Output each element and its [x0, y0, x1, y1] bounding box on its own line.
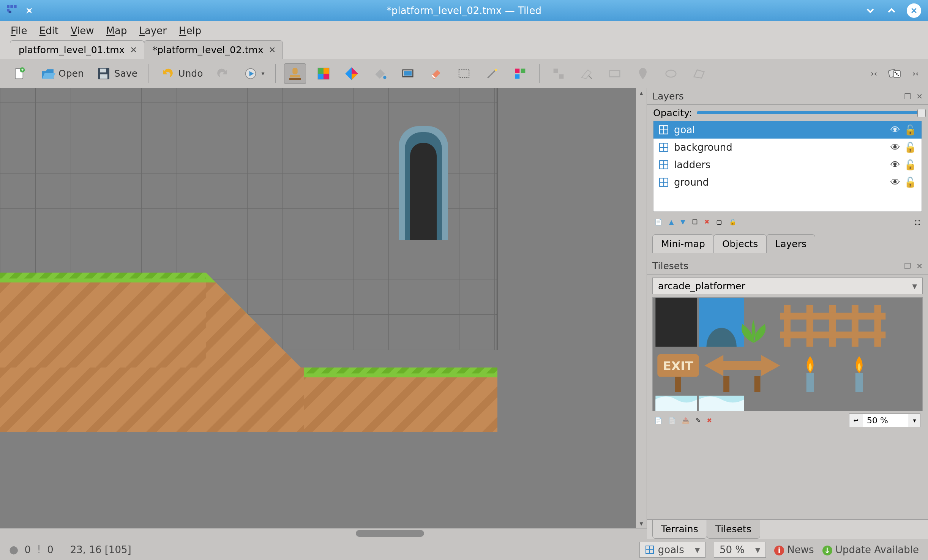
- close-button[interactable]: [907, 3, 921, 18]
- layer-row[interactable]: goal 👁🔓: [653, 121, 922, 139]
- panel-float-icon[interactable]: ❐: [904, 262, 911, 271]
- open-label: Open: [58, 68, 84, 79]
- eraser-tool[interactable]: [425, 64, 447, 84]
- layer-lock-icon[interactable]: 🔓: [904, 142, 916, 153]
- subtab-terrains[interactable]: Terrains: [652, 520, 707, 539]
- stamp-tool[interactable]: [284, 63, 306, 84]
- delete-tileset-icon[interactable]: ✖: [707, 417, 712, 424]
- layer-row[interactable]: ladders 👁🔓: [653, 156, 922, 174]
- panel-close-icon[interactable]: ✕: [916, 262, 923, 271]
- magic-wand-tool[interactable]: [481, 64, 503, 84]
- zoom-reset-icon[interactable]: ↩: [849, 414, 863, 427]
- edit-polygons-tool[interactable]: [576, 64, 597, 84]
- minimize-icon[interactable]: [864, 5, 876, 17]
- subtab-objects[interactable]: Objects: [713, 234, 767, 253]
- random-mode-button[interactable]: [884, 64, 905, 84]
- select-same-tool[interactable]: [510, 64, 531, 84]
- embed-tileset-icon[interactable]: 📄: [668, 417, 676, 424]
- titlebar: *platform_level_02.tmx — Tiled: [0, 0, 928, 21]
- layer-row[interactable]: ground 👁🔓: [653, 174, 922, 191]
- layer-list[interactable]: goal 👁🔓 background 👁🔓 ladders 👁🔓 ground …: [653, 121, 922, 212]
- menu-layer[interactable]: Layer: [139, 25, 167, 36]
- layer-lock-icon[interactable]: 🔓: [904, 159, 916, 170]
- panel-close-icon[interactable]: ✕: [916, 92, 923, 101]
- insert-rectangle-tool[interactable]: [604, 64, 625, 84]
- dropdown-icon[interactable]: ▾: [909, 414, 920, 427]
- tileset-selector[interactable]: arcade_platformer ▾: [652, 278, 923, 294]
- layer-up-icon[interactable]: ▲: [669, 218, 674, 226]
- terrain-brush-tool[interactable]: [313, 64, 334, 84]
- errors-icon[interactable]: ●: [9, 543, 18, 556]
- bucket-fill-tool[interactable]: [369, 64, 390, 84]
- export-tileset-icon[interactable]: 📤: [682, 417, 690, 424]
- app-logo-icon: [7, 5, 17, 16]
- svg-rect-46: [784, 305, 791, 347]
- insert-polygon-tool[interactable]: [688, 64, 710, 84]
- canvas-zoom-combo[interactable]: 50 % ▾: [714, 542, 766, 558]
- rectangle-select-tool[interactable]: [453, 64, 475, 84]
- menu-help[interactable]: Help: [179, 25, 201, 36]
- layer-visible-icon[interactable]: 👁: [890, 177, 900, 188]
- toggle-other-layers-icon[interactable]: ▢: [716, 218, 722, 226]
- layer-row[interactable]: background 👁🔓: [653, 139, 922, 156]
- canvas-vertical-scrollbar[interactable]: ▴▾: [636, 88, 647, 528]
- menu-map[interactable]: Map: [106, 25, 127, 36]
- insert-ellipse-tool[interactable]: [660, 64, 682, 84]
- new-tileset-icon[interactable]: 📄: [655, 417, 662, 424]
- lock-layers-icon[interactable]: 🔒: [729, 218, 737, 226]
- menu-view[interactable]: View: [71, 25, 94, 36]
- undo-button[interactable]: Undo: [157, 64, 205, 84]
- close-tab-icon[interactable]: ✕: [130, 45, 137, 55]
- layer-lock-icon[interactable]: 🔓: [904, 124, 916, 136]
- tileset-zoom-box[interactable]: ↩ ▾: [849, 413, 920, 427]
- svg-rect-58: [806, 373, 814, 392]
- shape-fill-tool[interactable]: [397, 64, 418, 84]
- duplicate-layer-icon[interactable]: ❏: [692, 218, 698, 226]
- current-layer-combo[interactable]: goals ▾: [639, 542, 705, 558]
- opacity-slider[interactable]: [697, 111, 922, 114]
- file-tab[interactable]: *platform_level_02.tmx ✕: [144, 40, 283, 59]
- svg-rect-59: [855, 373, 863, 392]
- subtab-tilesets[interactable]: Tilesets: [707, 520, 760, 539]
- redo-button[interactable]: [212, 64, 233, 84]
- layer-visible-icon[interactable]: 👁: [890, 142, 900, 153]
- map-canvas[interactable]: ▴▾: [0, 88, 647, 528]
- toolbar-overflow-icon[interactable]: ›‹: [871, 69, 877, 78]
- tileset-view[interactable]: EXIT: [652, 297, 923, 411]
- new-button[interactable]: [9, 64, 30, 84]
- command-button[interactable]: ▾: [240, 64, 267, 84]
- canvas-horizontal-scrollbar[interactable]: [0, 528, 647, 539]
- subtab-minimap[interactable]: Mini-map: [652, 234, 714, 253]
- edit-tileset-icon[interactable]: ✎: [696, 417, 701, 424]
- tileset-zoom-input[interactable]: [863, 414, 909, 427]
- toolbar-overflow-icon[interactable]: ›‹: [912, 69, 919, 78]
- layer-visible-icon[interactable]: 👁: [890, 124, 900, 136]
- save-button[interactable]: Save: [93, 64, 140, 84]
- insert-point-tool[interactable]: [632, 64, 653, 84]
- close-tab-icon[interactable]: ✕: [269, 45, 276, 55]
- layer-lock-icon[interactable]: 🔓: [904, 177, 916, 188]
- tilesets-panel-title: Tilesets: [652, 260, 688, 271]
- map-canvas-area: ▴▾: [0, 88, 647, 539]
- update-available-button[interactable]: ↓ Update Available: [822, 544, 919, 555]
- highlight-layer-icon[interactable]: ⬚: [915, 218, 920, 226]
- tilesets-panel-subtabs: Terrains Tilesets: [647, 519, 928, 539]
- layer-visible-icon[interactable]: 👁: [890, 159, 900, 170]
- file-tab[interactable]: platform_level_01.tmx ✕: [10, 40, 144, 59]
- open-button[interactable]: Open: [37, 64, 86, 84]
- subtab-layers[interactable]: Layers: [766, 234, 815, 253]
- maximize-icon[interactable]: [885, 5, 898, 17]
- svg-rect-0: [7, 5, 9, 8]
- select-objects-tool[interactable]: [548, 64, 569, 84]
- warnings-icon[interactable]: !: [37, 543, 41, 556]
- layer-down-icon[interactable]: ▼: [680, 218, 685, 226]
- news-button[interactable]: i News: [774, 544, 814, 555]
- pin-icon[interactable]: [23, 5, 35, 16]
- menu-file[interactable]: File: [11, 25, 27, 36]
- wang-brush-tool[interactable]: [341, 64, 362, 84]
- new-layer-icon[interactable]: 📄: [655, 218, 662, 226]
- panel-float-icon[interactable]: ❐: [904, 92, 911, 101]
- delete-layer-icon[interactable]: ✖: [704, 218, 709, 226]
- svg-rect-16: [318, 68, 324, 74]
- menu-edit[interactable]: Edit: [39, 25, 58, 36]
